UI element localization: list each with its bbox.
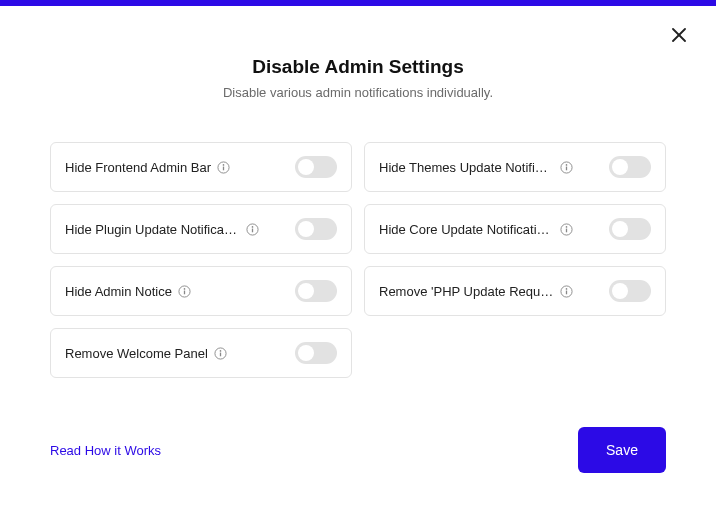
setting-label-wrap: Hide Frontend Admin Bar [65,160,295,175]
info-icon[interactable] [246,223,259,236]
toggle-knob [612,159,628,175]
setting-label: Hide Themes Update Notifications [379,160,554,175]
save-button[interactable]: Save [578,427,666,473]
svg-rect-10 [252,228,253,232]
toggle-switch[interactable] [295,342,337,364]
setting-label: Hide Plugin Update Notifications [65,222,240,237]
toggle-switch[interactable] [609,218,651,240]
toggle-knob [298,221,314,237]
setting-remove-welcome-panel: Remove Welcome Panel [50,328,352,378]
toggle-knob [612,283,628,299]
svg-rect-22 [220,352,221,356]
setting-label-wrap: Hide Plugin Update Notifications [65,222,295,237]
toggle-knob [298,345,314,361]
toggle-knob [298,159,314,175]
close-icon [672,28,686,42]
setting-label: Hide Admin Notice [65,284,172,299]
svg-rect-16 [184,290,185,294]
header: Disable Admin Settings Disable various a… [0,56,716,100]
footer: Read How it Works Save [50,427,666,473]
toggle-switch[interactable] [295,156,337,178]
setting-label: Hide Core Update Notifications [379,222,554,237]
info-icon[interactable] [560,223,573,236]
svg-rect-19 [566,290,567,294]
info-icon[interactable] [217,161,230,174]
setting-label: Hide Frontend Admin Bar [65,160,211,175]
toggle-switch[interactable] [295,280,337,302]
info-icon[interactable] [560,285,573,298]
setting-label: Remove 'PHP Update Required' Dashboard W… [379,284,554,299]
setting-label-wrap: Remove Welcome Panel [65,346,295,361]
setting-hide-core-update: Hide Core Update Notifications [364,204,666,254]
info-icon[interactable] [214,347,227,360]
page-title: Disable Admin Settings [0,56,716,78]
close-button[interactable] [672,28,686,42]
toggle-knob [612,221,628,237]
setting-label-wrap: Hide Admin Notice [65,284,295,299]
read-how-it-works-link[interactable]: Read How it Works [50,443,161,458]
toggle-knob [298,283,314,299]
toggle-switch[interactable] [295,218,337,240]
info-icon[interactable] [560,161,573,174]
page-subtitle: Disable various admin notifications indi… [0,85,716,100]
setting-remove-php-update: Remove 'PHP Update Required' Dashboard W… [364,266,666,316]
svg-point-21 [219,350,221,352]
svg-point-3 [223,164,225,166]
setting-label-wrap: Hide Themes Update Notifications [379,160,609,175]
svg-rect-4 [223,166,224,170]
setting-hide-plugin-update: Hide Plugin Update Notifications [50,204,352,254]
top-accent-bar [0,0,716,6]
setting-label: Remove Welcome Panel [65,346,208,361]
setting-label-wrap: Remove 'PHP Update Required' Dashboard W… [379,284,609,299]
svg-point-18 [566,288,568,290]
setting-hide-frontend-admin-bar: Hide Frontend Admin Bar [50,142,352,192]
svg-point-12 [566,226,568,228]
setting-label-wrap: Hide Core Update Notifications [379,222,609,237]
setting-hide-admin-notice: Hide Admin Notice [50,266,352,316]
settings-grid: Hide Frontend Admin Bar Hide Themes Upda… [0,142,716,378]
svg-rect-7 [566,166,567,170]
toggle-switch[interactable] [609,280,651,302]
toggle-switch[interactable] [609,156,651,178]
setting-hide-themes-update: Hide Themes Update Notifications [364,142,666,192]
info-icon[interactable] [178,285,191,298]
svg-point-9 [252,226,254,228]
svg-rect-13 [566,228,567,232]
svg-point-15 [184,288,186,290]
svg-point-6 [566,164,568,166]
